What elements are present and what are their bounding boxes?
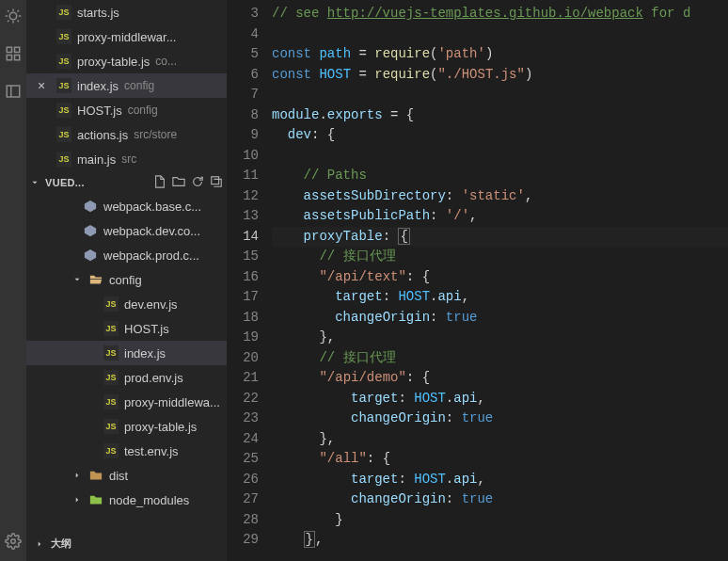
js-file-icon: JS [56, 103, 71, 118]
editor-file-path: config [124, 79, 154, 92]
editor-file-name: proxy-middlewar... [77, 30, 176, 44]
debug-icon[interactable] [5, 8, 22, 24]
js-file-icon: JS [103, 394, 119, 409]
folder-name: dist [109, 469, 128, 483]
file-name: HOST.js [124, 322, 169, 336]
tree-file-item[interactable]: JSprod.env.js [26, 365, 227, 390]
svg-point-6 [11, 539, 16, 544]
extensions-icon[interactable] [5, 45, 22, 62]
explorer-sidebar: JSstarts.jsJSproxy-middlewar...JSproxy-t… [26, 0, 227, 561]
file-name: proxy-middlewa... [124, 395, 220, 409]
tree-folder-config[interactable]: config [26, 267, 227, 292]
svg-marker-8 [85, 200, 96, 212]
tree-file-item[interactable]: JSdev.env.js [26, 292, 227, 316]
editor-file-path: config [128, 104, 158, 117]
new-folder-icon[interactable] [172, 175, 185, 191]
folder-icon [88, 468, 103, 483]
js-file-icon: JS [103, 443, 119, 458]
new-file-icon[interactable] [153, 175, 166, 191]
folder-name: node_modules [109, 493, 189, 507]
refresh-icon[interactable] [191, 175, 204, 191]
outline-section[interactable]: 大纲 [26, 531, 227, 555]
open-editor-item[interactable]: JSactions.js src/store [26, 122, 227, 147]
activity-bar [0, 0, 26, 561]
js-file-icon: JS [103, 297, 119, 312]
editor-file-name: HOST.js [77, 104, 122, 118]
svg-marker-9 [85, 225, 96, 236]
js-file-icon: JS [103, 370, 119, 385]
js-file-icon: JS [103, 345, 119, 361]
editor-file-name: starts.js [77, 6, 119, 20]
tree-file-item[interactable]: JSproxy-middlewa... [26, 390, 227, 414]
explorer-section-header[interactable]: VUED... [26, 171, 227, 194]
open-editor-item[interactable]: JSstarts.js [26, 0, 227, 24]
open-editor-item[interactable]: JSproxy-middlewar... [26, 24, 227, 49]
close-icon[interactable]: × [38, 78, 51, 93]
svg-rect-3 [7, 56, 11, 60]
line-number-gutter: 3456789101112131415161718192021222324252… [227, 0, 272, 561]
js-file-icon: JS [56, 152, 71, 167]
svg-point-0 [9, 12, 17, 20]
file-name: index.js [124, 346, 166, 361]
tree-file-item[interactable]: webpack.base.c... [26, 194, 227, 218]
webpack-config-icon [83, 199, 98, 214]
tree-file-item[interactable]: JStest.env.js [26, 439, 227, 463]
chevron-right-icon [34, 539, 45, 549]
folder-open-icon [88, 272, 103, 287]
file-tree: webpack.base.c...webpack.dev.co...webpac… [26, 194, 227, 512]
svg-rect-1 [7, 47, 11, 52]
svg-rect-7 [212, 176, 219, 184]
svg-rect-5 [7, 86, 20, 97]
js-file-icon: JS [56, 5, 71, 20]
section-title: VUED... [45, 177, 150, 188]
svg-rect-2 [15, 47, 20, 52]
js-file-icon: JS [56, 54, 71, 69]
js-file-icon: JS [103, 419, 119, 434]
file-name: webpack.base.c... [103, 200, 201, 214]
collapse-icon[interactable] [210, 175, 223, 191]
editor-file-name: main.js [77, 152, 116, 167]
settings-icon[interactable] [5, 533, 22, 550]
chevron-right-icon [71, 471, 83, 480]
folder-icon [88, 492, 103, 507]
editor-file-path: src/store [134, 128, 177, 141]
js-file-icon: JS [56, 29, 71, 44]
file-name: test.env.js [124, 444, 179, 458]
chevron-down-icon [30, 176, 41, 190]
editor-file-name: actions.js [77, 128, 128, 142]
editor-file-name: proxy-table.js [77, 55, 150, 69]
editor-file-name: index.js [77, 79, 119, 93]
chevron-right-icon [71, 495, 83, 505]
file-name: webpack.dev.co... [103, 224, 200, 238]
svg-marker-10 [85, 249, 96, 261]
editor-file-path: co... [155, 55, 177, 68]
webpack-config-icon [83, 248, 98, 263]
open-editor-item[interactable]: ×JSindex.js config [26, 73, 227, 98]
open-editor-item[interactable]: JSproxy-table.js co... [26, 49, 227, 73]
section-actions [153, 175, 223, 191]
file-name: dev.env.js [124, 297, 178, 312]
tree-folder-item[interactable]: node_modules [26, 488, 227, 512]
js-file-icon: JS [56, 78, 71, 93]
file-name: proxy-table.js [124, 420, 197, 434]
tree-folder-item[interactable]: dist [26, 463, 227, 488]
open-editor-item[interactable]: JSmain.js src [26, 147, 227, 171]
editor-file-path: src [121, 152, 136, 166]
tree-file-item[interactable]: webpack.prod.c... [26, 243, 227, 267]
file-name: webpack.prod.c... [103, 248, 199, 263]
svg-rect-4 [15, 56, 20, 60]
tree-file-item[interactable]: JSHOST.js [26, 316, 227, 341]
tree-file-item[interactable]: JSindex.js [26, 341, 227, 365]
outline-label: 大纲 [51, 537, 71, 551]
js-file-icon: JS [56, 127, 71, 142]
tree-file-item[interactable]: webpack.dev.co... [26, 218, 227, 243]
editor-area: 3456789101112131415161718192021222324252… [227, 0, 728, 561]
open-editor-item[interactable]: JSHOST.js config [26, 98, 227, 122]
folder-name: config [109, 273, 142, 287]
tree-file-item[interactable]: JSproxy-table.js [26, 414, 227, 439]
code-content[interactable]: // see http://vuejs-templates.github.io/… [272, 0, 728, 561]
file-name: prod.env.js [124, 371, 183, 385]
chevron-down-icon [71, 275, 83, 284]
open-editors: JSstarts.jsJSproxy-middlewar...JSproxy-t… [26, 0, 227, 171]
layout-icon[interactable] [5, 83, 22, 100]
